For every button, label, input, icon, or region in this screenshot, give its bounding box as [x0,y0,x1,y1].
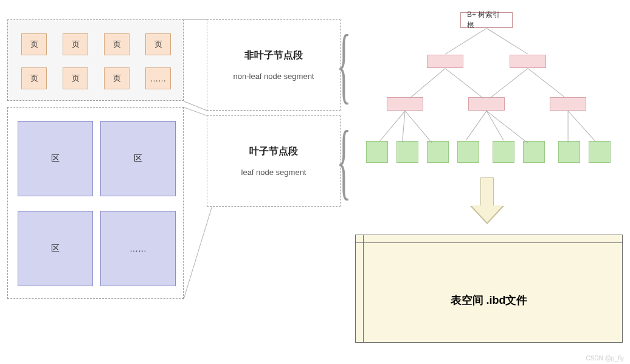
btree-internal-node [468,97,505,111]
leaf-segment-title: 叶子节点段 [249,145,298,158]
page-cell: 页 [63,67,88,89]
btree-leaf-node [457,141,479,163]
brace-leaf-icon: { [337,118,351,203]
btree-leaf-node [366,141,388,163]
leaf-segment-subtitle: leaf node segment [241,168,306,177]
leaf-segment-box: 叶子节点段 leaf node segment [207,115,341,207]
tablespace-box: 表空间 .ibd文件 [355,235,623,343]
nonleaf-segment-title: 非叶子节点段 [244,49,303,62]
btree-leaf-node [589,141,611,163]
arrow-down-icon [480,177,494,207]
btree-root: B+ 树索引根 [460,12,513,28]
btree-internal-node [550,97,586,111]
btree-leaf-node [427,141,449,163]
btree-leaf-node [523,141,545,163]
nonleaf-segment-box: 非叶子节点段 non-leaf node segment [207,19,341,111]
brace-nonleaf-icon: { [337,22,351,107]
pages-container: 页 页 页 页 页 页 页 …… [7,19,184,101]
watermark: CSDN @p_fly [586,355,624,362]
extent-cell: 区 [18,211,93,286]
btree-internal-node [387,97,423,111]
page-cell: 页 [104,33,130,55]
extent-cell: 区 [100,121,176,196]
page-cell: 页 [145,33,171,55]
btree-internal-node [510,55,546,68]
nonleaf-segment-subtitle: non-leaf node segment [234,72,314,81]
page-cell: 页 [21,33,47,55]
page-cell: 页 [63,33,88,55]
btree-internal-node [427,55,463,68]
btree-leaf-node [558,141,580,163]
btree-leaf-node [396,141,418,163]
page-cell-ellipsis: …… [145,67,171,89]
btree-leaf-node [493,141,514,163]
arrow-down-icon [471,205,503,222]
tablespace-label: 表空间 .ibd文件 [356,293,622,307]
extents-container: 区 区 区 …… [7,107,184,299]
page-cell: 页 [21,67,47,89]
extent-cell: 区 [18,121,93,196]
extent-cell-ellipsis: …… [100,211,176,286]
page-cell: 页 [104,67,130,89]
